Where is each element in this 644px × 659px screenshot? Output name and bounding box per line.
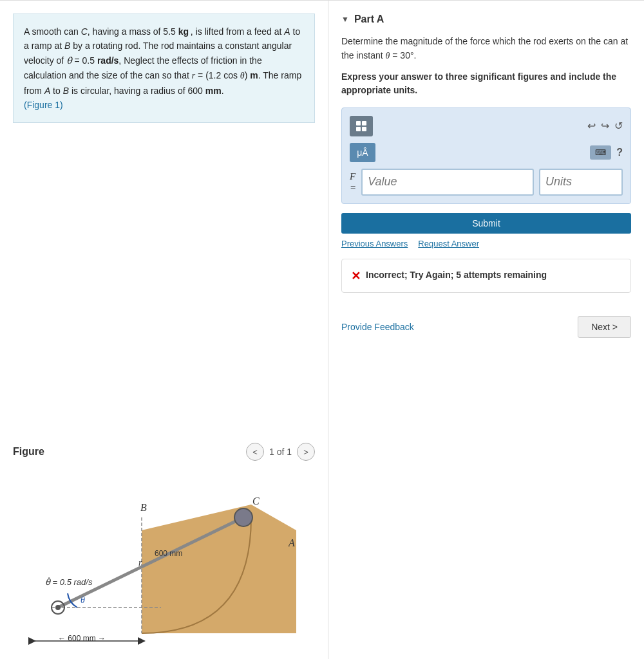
svg-rect-18 (356, 127, 361, 131)
toolbar-right-row2: ⌨ ? (590, 145, 623, 160)
svg-point-9 (55, 605, 61, 610)
keyboard-button[interactable]: ⌨ (590, 145, 611, 160)
toolbar-right: ↩ ↪ ↺ (587, 120, 623, 132)
grid-icon (355, 120, 368, 133)
f-equals-label: F= (350, 171, 356, 193)
part-a-instruction: Express your answer to three significant… (341, 70, 631, 97)
figure-label-row: Figure < 1 of 1 > (13, 438, 315, 466)
figure-diagram: B A C θ θ̇ (13, 466, 303, 646)
incorrect-text: Incorrect; Try Again; 5 attempts remaini… (366, 268, 547, 282)
part-a-header: ▼ Part A (341, 14, 631, 25)
help-button[interactable]: ? (616, 147, 623, 158)
svg-rect-16 (356, 121, 361, 125)
answer-links: Previous Answers Request Answer (341, 239, 631, 248)
figure-next-button[interactable]: > (297, 443, 315, 461)
page-indicator: 1 of 1 (269, 447, 292, 457)
figure-link[interactable]: (Figure 1) (24, 100, 63, 110)
toolbar-left (350, 116, 373, 136)
value-input[interactable] (361, 169, 534, 196)
svg-text:r: r (138, 558, 142, 568)
answer-input-row: F= (350, 169, 623, 196)
problem-statement: A smooth can C, having a mass of 5.5 kg … (13, 14, 315, 123)
request-answer-link[interactable]: Request Answer (418, 239, 479, 248)
svg-text:← 600 mm →: ← 600 mm → (58, 634, 106, 643)
incorrect-box: ✕ Incorrect; Try Again; 5 attempts remai… (341, 259, 631, 293)
figure-label: Figure (13, 446, 44, 458)
svg-point-7 (234, 508, 252, 526)
svg-text:C: C (252, 496, 260, 506)
next-button[interactable]: Next > (578, 316, 631, 338)
part-a-question: Determine the magnitude of the force whi… (341, 34, 631, 64)
svg-text:A: A (288, 537, 295, 548)
x-icon: ✕ (351, 269, 361, 283)
units-input[interactable] (539, 169, 623, 196)
chevron-down-icon: ▼ (341, 15, 349, 24)
redo-button[interactable]: ↪ (601, 120, 609, 132)
svg-text:θ: θ (80, 595, 85, 605)
toolbar-left-row2: μÂ (350, 143, 375, 162)
bottom-actions: Provide Feedback Next > (341, 316, 631, 338)
incorrect-container: ✕ Incorrect; Try Again; 5 attempts remai… (341, 259, 631, 306)
provide-feedback-button[interactable]: Provide Feedback (341, 322, 414, 332)
svg-text:B: B (140, 502, 147, 513)
submit-button[interactable]: Submit (341, 213, 631, 234)
part-a-label: Part A (354, 14, 384, 25)
figure-nav: < 1 of 1 > (246, 443, 315, 461)
svg-rect-19 (362, 127, 366, 131)
svg-text:600 mm: 600 mm (155, 549, 182, 558)
left-panel: A smooth can C, having a mass of 5.5 kg … (0, 1, 328, 659)
figure-section: Figure < 1 of 1 > (13, 430, 315, 646)
svg-marker-0 (32, 505, 296, 633)
figure-image: B A C θ θ̇ (13, 466, 303, 646)
mu-button[interactable]: μÂ (350, 143, 375, 162)
previous-answers-link[interactable]: Previous Answers (341, 239, 408, 248)
figure-prev-button[interactable]: < (246, 443, 264, 461)
undo-button[interactable]: ↩ (587, 120, 596, 132)
answer-toolbar: ↩ ↪ ↺ (350, 116, 623, 136)
svg-rect-17 (362, 121, 366, 125)
svg-text:θ̇ = 0.5 rad/s: θ̇ = 0.5 rad/s (45, 577, 93, 587)
right-panel: ▼ Part A Determine the magnitude of the … (328, 1, 644, 659)
insert-icon-button[interactable] (350, 116, 373, 136)
refresh-button[interactable]: ↺ (614, 120, 623, 132)
answer-toolbar-row2: μÂ ⌨ ? (350, 143, 623, 162)
answer-area: ↩ ↪ ↺ μÂ ⌨ ? F= (341, 107, 631, 204)
